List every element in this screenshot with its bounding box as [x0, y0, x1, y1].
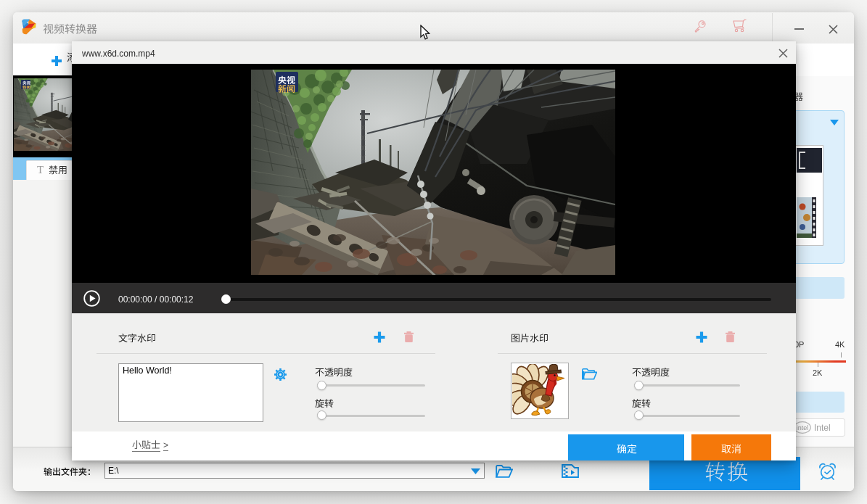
svg-text:intel: intel	[797, 424, 809, 431]
